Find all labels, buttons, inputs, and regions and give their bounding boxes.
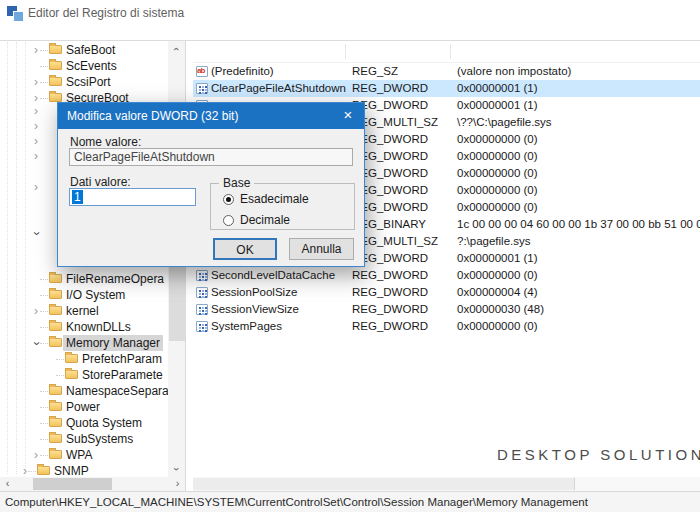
- value-data: 0x00000000 (0): [457, 165, 538, 182]
- tree-expand-chevron-icon[interactable]: [31, 149, 41, 165]
- radio-esadecimale-label: Esadecimale: [240, 192, 309, 206]
- tree-node[interactable]: PrefetchParam: [0, 351, 168, 367]
- value-type-icon: [196, 304, 208, 315]
- value-data: 0x00000001 (1): [457, 80, 538, 97]
- edit-dword-dialog: Modifica valore DWORD (32 bit) × Nome va…: [57, 102, 365, 267]
- tree-node[interactable]: SubSystems: [0, 431, 168, 447]
- registry-value-row[interactable]: SessionViewSize REG_DWORD 0x00000030 (48…: [193, 301, 700, 318]
- tree-expand-chevron-icon[interactable]: [31, 58, 41, 74]
- folder-icon: [65, 354, 78, 363]
- radio-decimale-label: Decimale: [240, 213, 290, 227]
- tree-expand-chevron-icon[interactable]: [31, 399, 41, 415]
- tree-horizontal-scrollbar[interactable]: ‹ ›: [0, 477, 186, 491]
- value-data: 0x00000000 (0): [457, 148, 538, 165]
- tree-items-top: SafeBoot ScEvents ScsiPort SecureBoot: [0, 42, 168, 106]
- registry-value-row[interactable]: (Predefinito) REG_SZ (valore non imposta…: [193, 63, 700, 80]
- tree-node[interactable]: ScEvents: [0, 58, 168, 74]
- tree-node-label: KnownDLLs: [63, 319, 134, 335]
- tree-node[interactable]: Power: [0, 399, 168, 415]
- value-name-field: ClearPageFileAtShutdown: [69, 148, 353, 166]
- tree-node[interactable]: I/O System: [0, 287, 168, 303]
- scroll-left-icon[interactable]: ‹: [0, 477, 15, 491]
- close-icon[interactable]: ×: [332, 103, 364, 129]
- radio-esadecimale[interactable]: [223, 194, 234, 205]
- scroll-right-icon[interactable]: ›: [170, 477, 185, 491]
- folder-icon: [49, 418, 62, 427]
- cancel-button[interactable]: Annulla: [289, 238, 354, 260]
- value-name-label: Nome valore:: [70, 135, 141, 149]
- horizontal-scroll-thumb[interactable]: [193, 478, 575, 490]
- tree-expand-chevron-icon[interactable]: [31, 383, 41, 399]
- list-horizontal-scrollbar[interactable]: [193, 477, 700, 491]
- tree-node[interactable]: ScsiPort: [0, 74, 168, 90]
- tree-expand-chevron-icon[interactable]: [31, 431, 41, 447]
- registry-value-row[interactable]: SystemPages REG_DWORD 0x00000000 (0): [193, 318, 700, 335]
- value-data: 0x00000000 (0): [457, 318, 538, 335]
- value-name: SystemPages: [211, 318, 282, 335]
- value-name: SessionViewSize: [211, 301, 299, 318]
- scroll-down-icon[interactable]: ›: [168, 461, 186, 477]
- tree-node-label: WPA: [63, 447, 95, 463]
- tree-expand-chevron-icon[interactable]: [31, 415, 41, 431]
- dialog-titlebar[interactable]: Modifica valore DWORD (32 bit): [58, 103, 364, 129]
- tree-expand-chevron-icon[interactable]: [47, 351, 57, 367]
- folder-icon: [49, 77, 62, 86]
- titlebar: Editor del Registro di sistema: [0, 0, 700, 26]
- value-type: REG_DWORD: [352, 80, 428, 97]
- horizontal-scroll-thumb[interactable]: [33, 478, 112, 490]
- column-separator[interactable]: [345, 44, 346, 59]
- tree-node[interactable]: Quota System: [0, 415, 168, 431]
- tree-expand-chevron-icon[interactable]: [31, 134, 41, 150]
- tree-node-label: kernel: [63, 303, 102, 319]
- value-type-icon: [196, 287, 208, 298]
- tree-node[interactable]: Memory Manager: [0, 335, 168, 351]
- registry-value-row[interactable]: SessionPoolSize REG_DWORD 0x00000004 (4): [193, 284, 700, 301]
- window-title: Editor del Registro di sistema: [28, 0, 184, 26]
- tree-node[interactable]: StoreParamete: [0, 367, 168, 383]
- value-data: 0x00000001 (1): [457, 250, 538, 267]
- tree-expand-chevron-icon[interactable]: [31, 335, 41, 351]
- column-separator[interactable]: [450, 44, 451, 59]
- tree-expand-chevron-icon[interactable]: [47, 367, 57, 383]
- tree-node[interactable]: kernel: [0, 303, 168, 319]
- value-data: (valore non impostato): [457, 63, 571, 80]
- tree-expand-chevron-icon[interactable]: [31, 287, 41, 303]
- tree-expand-chevron-icon[interactable]: [31, 74, 41, 90]
- tree-expand-chevron-icon[interactable]: [31, 42, 41, 58]
- tree-node-label: Memory Manager: [63, 335, 163, 351]
- registry-value-row[interactable]: ClearPageFileAtShutdown REG_DWORD 0x0000…: [193, 80, 700, 97]
- tree-expand-chevron-icon[interactable]: [31, 447, 41, 463]
- tree-expand-chevron-icon[interactable]: [31, 104, 41, 120]
- value-data: \??\C:\pagefile.sys: [457, 114, 552, 131]
- tree-expand-chevron-icon[interactable]: [31, 180, 41, 196]
- tree-node-label: Power: [63, 399, 103, 415]
- folder-icon: [49, 306, 62, 315]
- value-data-input[interactable]: 1: [69, 188, 196, 206]
- tree-node[interactable]: NamespaceSepara: [0, 383, 168, 399]
- value-type: REG_DWORD: [352, 284, 428, 301]
- folder-icon: [65, 370, 78, 379]
- tree-node[interactable]: FileRenameOpera: [0, 271, 168, 287]
- value-data: 0x00000000 (0): [457, 182, 538, 199]
- value-type-icon: [196, 321, 208, 332]
- dialog-body: Nome valore: ClearPageFileAtShutdown Dat…: [58, 129, 364, 266]
- regedit-window: Editor del Registro di sistema SafeBoot …: [0, 0, 700, 512]
- folder-icon: [49, 402, 62, 411]
- radio-decimale[interactable]: [223, 215, 234, 226]
- value-data: ?:\pagefile.sys: [457, 233, 531, 250]
- tree-expand-chevron-icon[interactable]: [31, 226, 41, 242]
- scroll-up-icon[interactable]: ‹: [168, 41, 186, 57]
- folder-icon: [49, 274, 62, 283]
- ok-button[interactable]: OK: [213, 238, 277, 260]
- tree-expand-chevron-icon[interactable]: [31, 303, 41, 319]
- value-data: 0x00000000 (0): [457, 199, 538, 216]
- registry-value-row[interactable]: SecondLevelDataCache REG_DWORD 0x0000000…: [193, 267, 700, 284]
- tree-node[interactable]: SafeBoot: [0, 42, 168, 58]
- base-groupbox: Base Esadecimale Decimale: [210, 183, 355, 230]
- value-data: 0x00000001 (1): [457, 97, 538, 114]
- tree-expand-chevron-icon[interactable]: [31, 119, 41, 135]
- tree-node[interactable]: WPA: [0, 447, 168, 463]
- tree-expand-chevron-icon[interactable]: [31, 319, 41, 335]
- tree-node[interactable]: KnownDLLs: [0, 319, 168, 335]
- tree-expand-chevron-icon[interactable]: [31, 271, 41, 287]
